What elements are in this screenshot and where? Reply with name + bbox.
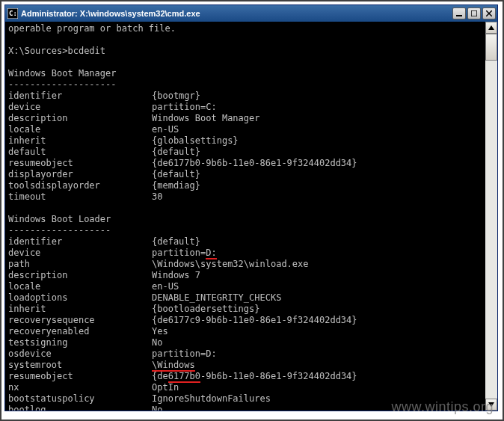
kv-row: identifier{default} — [8, 236, 482, 248]
kv-row: resumeobject{de6177b0-9b6b-11e0-86e1-9f3… — [8, 371, 482, 382]
kv-row: recoverysequence{de6177c9-9b6b-11e0-86e1… — [8, 315, 482, 326]
kv-value: en-US — [152, 124, 179, 135]
kv-value: \Windows\system32\winload.exe — [152, 259, 309, 269]
kv-value: partition=D: — [152, 348, 217, 359]
kv-key: systemroot — [8, 360, 152, 371]
kv-row: default{default} — [8, 147, 482, 158]
kv-value: Windows 7 — [152, 270, 200, 280]
kv-key: identifier — [8, 236, 152, 248]
kv-value: Windows Boot Manager — [152, 113, 260, 123]
kv-row: localeen-US — [8, 281, 482, 292]
kv-row: displayorder{default} — [8, 169, 482, 180]
kv-row: resumeobject{de6177b0-9b6b-11e0-86e1-9f3… — [8, 158, 482, 169]
kv-value: IgnoreShutdownFailures — [152, 393, 271, 404]
kv-value: {default} — [152, 169, 200, 179]
kv-value: \Windows — [152, 360, 195, 372]
kv-value: 30 — [152, 191, 162, 202]
kv-key: description — [8, 113, 152, 124]
terminal-output: operable program or batch file. X:\Sourc… — [5, 22, 485, 411]
kv-row: recoveryenabledYes — [8, 326, 482, 337]
kv-row: identifier{bootmgr} — [8, 90, 482, 102]
kv-key: locale — [8, 124, 152, 135]
kv-key: locale — [8, 281, 152, 292]
kv-row: systemroot\Windows — [8, 360, 482, 371]
kv-key: toolsdisplayorder — [8, 180, 152, 191]
kv-value: {de — [152, 371, 168, 381]
kv-value: 6177b0 — [168, 371, 200, 383]
svg-rect-2 — [456, 15, 462, 16]
svg-text:C:: C: — [9, 10, 17, 17]
kv-key: recoverysequence — [8, 315, 152, 326]
watermark: www.wintips.org — [391, 399, 494, 415]
kv-value: {de6177c9-9b6b-11e0-86e1-9f324402dd34} — [152, 315, 357, 325]
kv-value: {default} — [152, 147, 200, 157]
kv-key: identifier — [8, 90, 152, 102]
kv-key: resumeobject — [8, 158, 152, 169]
kv-value: No — [152, 405, 162, 411]
kv-key: path — [8, 259, 152, 270]
kv-value: {bootloadersettings} — [152, 304, 260, 314]
kv-value: {bootmgr} — [152, 90, 200, 101]
kv-row: loadoptionsDENABLE_INTEGRITY_CHECKS — [8, 292, 482, 304]
kv-value: Yes — [152, 326, 168, 337]
kv-value: {globalsettings} — [152, 135, 239, 146]
kv-value: partition= — [152, 248, 206, 258]
kv-key: description — [8, 270, 152, 281]
kv-key: default — [8, 147, 152, 158]
kv-row: descriptionWindows Boot Manager — [8, 113, 482, 124]
output-line — [8, 34, 482, 46]
kv-key: resumeobject — [8, 371, 152, 382]
kv-value: {de6177b0-9b6b-11e0-86e1-9f324402dd34} — [152, 158, 357, 168]
svg-marker-6 — [488, 25, 494, 30]
kv-value: {memdiag} — [152, 180, 200, 191]
cmd-icon: C: — [7, 8, 18, 19]
kv-key: device — [8, 248, 152, 259]
kv-row: timeout30 — [8, 191, 482, 203]
section-title: Windows Boot Loader — [8, 214, 482, 225]
cmd-window: C: Administrator: X:\windows\system32\cm… — [4, 4, 498, 411]
kv-value: No — [152, 337, 162, 348]
section-title: Windows Boot Manager — [8, 68, 482, 79]
kv-row: descriptionWindows 7 — [8, 270, 482, 281]
kv-key: bootlog — [8, 405, 152, 411]
kv-key: inherit — [8, 135, 152, 147]
kv-key: inherit — [8, 304, 152, 315]
close-button[interactable] — [482, 7, 496, 19]
output-line: operable program or batch file. — [8, 23, 482, 34]
section-rule: -------------------- — [8, 79, 482, 90]
svg-rect-3 — [471, 10, 477, 16]
kv-row: devicepartition=C: — [8, 102, 482, 113]
kv-key: displayorder — [8, 169, 152, 180]
kv-value: partition=C: — [152, 102, 217, 112]
titlebar[interactable]: C: Administrator: X:\windows\system32\cm… — [5, 5, 497, 22]
minimize-button[interactable] — [452, 7, 466, 19]
kv-key: bootstatuspolicy — [8, 393, 152, 405]
scroll-up-button[interactable] — [485, 22, 497, 34]
vertical-scrollbar[interactable] — [485, 22, 497, 411]
kv-value: DENABLE_INTEGRITY_CHECKS — [152, 292, 281, 303]
kv-row: nxOptIn — [8, 382, 482, 393]
kv-value: D: — [206, 248, 216, 259]
kv-key: osdevice — [8, 348, 152, 360]
kv-key: timeout — [8, 191, 152, 203]
kv-key: loadoptions — [8, 292, 152, 304]
maximize-button[interactable] — [467, 7, 481, 19]
kv-key: nx — [8, 382, 152, 393]
output-line — [8, 57, 482, 68]
kv-value: en-US — [152, 281, 179, 292]
section-rule: ------------------- — [8, 225, 482, 236]
window-title: Administrator: X:\windows\system32\cmd.e… — [21, 9, 451, 18]
scroll-track[interactable] — [485, 34, 497, 399]
kv-row: toolsdisplayorder{memdiag} — [8, 180, 482, 191]
kv-row: testsigningNo — [8, 337, 482, 348]
kv-key: device — [8, 102, 152, 113]
kv-key: recoveryenabled — [8, 326, 152, 337]
kv-key: testsigning — [8, 337, 152, 348]
prompt-line: X:\Sources>bcdedit — [8, 46, 482, 57]
scroll-thumb[interactable] — [485, 34, 497, 61]
output-line — [8, 203, 482, 214]
kv-value: {default} — [152, 236, 200, 247]
kv-row: devicepartition=D: — [8, 248, 482, 259]
kv-value: -9b6b-11e0-86e1-9f324402dd34} — [200, 371, 357, 381]
kv-value: OptIn — [152, 382, 179, 393]
